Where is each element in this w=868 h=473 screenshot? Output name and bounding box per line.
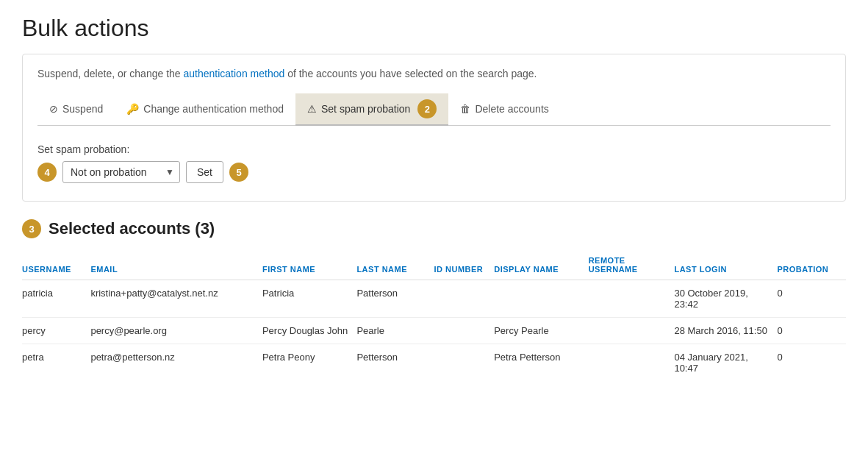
cell-last-login: 28 March 2016, 11:50 (674, 318, 777, 344)
col-header-probation: PROBATION (778, 250, 846, 280)
info-text-before: Suspend, delete, or change the (37, 68, 183, 79)
cell-remote-username (589, 318, 675, 344)
col-header-displayname: DISPLAY NAME (494, 250, 588, 280)
cell-last-name: Petterson (356, 344, 434, 382)
cell-display-name: Petra Petterson (494, 344, 588, 382)
spam-probation-form: Set spam probation: 4 Not on probation O… (37, 138, 831, 189)
col-header-username: USERNAME (22, 250, 90, 280)
spam-probation-label: Set spam probation: (37, 143, 831, 155)
set-button[interactable]: Set (186, 161, 223, 183)
probation-select[interactable]: Not on probation On probation (62, 161, 180, 183)
cell-last-login: 04 January 2021, 10:47 (674, 344, 777, 382)
selected-accounts-header: 3 Selected accounts (3) (22, 219, 846, 238)
col-header-idnumber: ID NUMBER (434, 250, 494, 280)
table-row: petrapetra@petterson.nzPetra PeonyPetter… (22, 344, 846, 382)
cell-id-number (434, 280, 494, 318)
tab-change-auth[interactable]: 🔑 Change authentication method (115, 93, 295, 126)
cell-last-name: Patterson (356, 280, 434, 318)
tab-set-spam-label: Set spam probation (321, 103, 410, 115)
trash-icon: 🗑 (460, 103, 470, 115)
tab-delete-label: Delete accounts (475, 103, 548, 115)
table-row: percypercy@pearle.orgPercy Douglas JohnP… (22, 318, 846, 344)
info-text: Suspend, delete, or change the authentic… (37, 66, 831, 82)
col-header-lastname: LAST NAME (356, 250, 434, 280)
badge-5: 5 (229, 163, 248, 182)
tab-set-spam[interactable]: ⚠ Set spam probation 2 (295, 93, 448, 126)
tab-suspend-label: Suspend (62, 103, 103, 115)
col-header-lastlogin: LAST LOGIN (674, 250, 777, 280)
tab-suspend[interactable]: ⊘ Suspend (37, 93, 115, 126)
badge-4: 4 (37, 163, 57, 182)
cell-probation: 0 (778, 318, 846, 344)
cell-username: percy (22, 318, 90, 344)
cell-first-name: Petra Peony (262, 344, 356, 382)
page-title: Bulk actions (22, 15, 846, 42)
cell-id-number (434, 344, 494, 382)
accounts-table: USERNAME EMAIL FIRST NAME LAST NAME ID N… (22, 250, 846, 381)
cell-remote-username (589, 280, 675, 318)
cell-id-number (434, 318, 494, 344)
cell-remote-username (589, 344, 675, 382)
auth-method-link[interactable]: authentication method (183, 68, 284, 79)
cell-last-name: Pearle (356, 318, 434, 344)
key-icon: 🔑 (126, 103, 139, 115)
bulk-actions-card: Suspend, delete, or change the authentic… (22, 54, 846, 202)
col-header-remoteusername: REMOTE USERNAME (589, 250, 675, 280)
col-header-firstname: FIRST NAME (262, 250, 356, 280)
cell-display-name: Percy Pearle (494, 318, 588, 344)
cell-email: petra@petterson.nz (90, 344, 262, 382)
cell-display-name (494, 280, 588, 318)
badge-2: 2 (417, 99, 437, 118)
cell-first-name: Percy Douglas John (262, 318, 356, 344)
cell-first-name: Patricia (262, 280, 356, 318)
action-tabs: ⊘ Suspend 🔑 Change authentication method… (37, 93, 831, 126)
cell-username: petra (22, 344, 90, 382)
cell-email: kristina+patty@catalyst.net.nz (90, 280, 262, 318)
col-header-email: EMAIL (90, 250, 262, 280)
table-row: patriciakristina+patty@catalyst.net.nzPa… (22, 280, 846, 318)
cell-username: patricia (22, 280, 90, 318)
tab-change-auth-label: Change authentication method (143, 103, 284, 115)
info-text-after: of the accounts you have selected on the… (284, 68, 537, 79)
suspend-icon: ⊘ (49, 103, 58, 115)
cell-email: percy@pearle.org (90, 318, 262, 344)
tab-delete[interactable]: 🗑 Delete accounts (448, 93, 560, 126)
badge-3: 3 (22, 219, 41, 238)
probation-select-wrapper: Not on probation On probation ▼ (62, 161, 180, 183)
selected-accounts-title: Selected accounts (3) (49, 219, 215, 238)
cell-last-login: 30 October 2019, 23:42 (674, 280, 777, 318)
spam-probation-row: 4 Not on probation On probation ▼ Set 5 (37, 161, 831, 183)
cell-probation: 0 (778, 344, 846, 382)
warning-icon: ⚠ (307, 103, 317, 115)
cell-probation: 0 (778, 280, 846, 318)
